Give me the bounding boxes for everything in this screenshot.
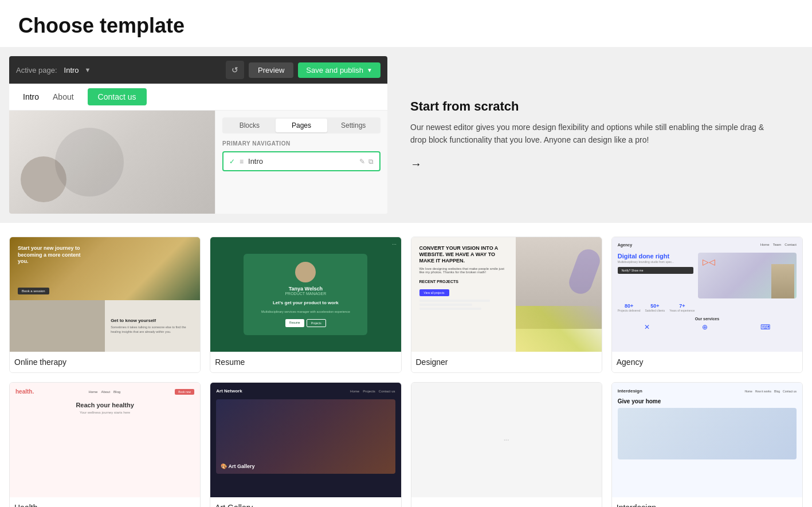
ag-hero-heading: Digital done right <box>618 253 694 260</box>
ag-stats: 80+ Projects delivered 50+ Satisfied cli… <box>618 303 797 312</box>
nav-item-about[interactable]: About <box>53 90 74 104</box>
editor-page-row[interactable]: ✓ ≡ Intro ✎ ⧉ <box>222 151 380 171</box>
editor-right-panel: Blocks Pages Settings PRIMARY NAVIGATION… <box>215 111 387 214</box>
inter-brand: Interdesign <box>618 388 642 394</box>
template-thumb-resume: Tanya Welsch PRODUCT MANAGER Let's get y… <box>210 237 401 352</box>
editor-preview-image <box>9 111 215 214</box>
ag-hero-sub: Multidisciplinary branding studio from s… <box>618 260 694 264</box>
ot-bottom-body: Sometimes it takes talking to someone el… <box>111 325 194 334</box>
template-label-blank <box>411 497 602 507</box>
art-overlay-text: 🎨 Art Gallery <box>221 463 254 469</box>
res-inner: Tanya Welsch PRODUCT MANAGER Let's get y… <box>210 237 401 352</box>
templates-section: Start your new journey to becoming a mor… <box>0 223 812 507</box>
ag-hero-image: ▷◁ <box>698 253 797 298</box>
page-header: Choose template <box>0 0 812 47</box>
template-card-designer[interactable]: CONVERT YOUR VISION INTO A WEBSITE. WE H… <box>411 237 602 373</box>
inter-hero-image <box>618 408 797 459</box>
ag-arrows-icon: ▷◁ <box>703 257 715 266</box>
ag-stat-1: 80+ Projects delivered <box>618 303 641 312</box>
template-card-art-gallery[interactable]: Art Network Home Projects Contact us 🎨 A… <box>210 382 401 507</box>
template-thumb-online-therapy: Start your new journey to becoming a mor… <box>10 237 200 352</box>
template-card-resume[interactable]: Tanya Welsch PRODUCT MANAGER Let's get y… <box>210 237 401 373</box>
template-thumb-agency: Agency Home Team Contact Digital done ri… <box>612 237 802 352</box>
art-nav: Art Network Home Projects Contact us <box>216 388 395 394</box>
ag-nav-home: Home <box>760 243 770 247</box>
res-corner-icon: ⋯ <box>392 242 397 247</box>
template-card-blank[interactable]: ··· <box>411 382 602 507</box>
des-recent: RECENT PROJECTS <box>419 280 508 284</box>
editor-panel: Blocks Pages Settings PRIMARY NAVIGATION… <box>9 111 387 214</box>
ag-hero: Digital done right Multidisciplinary bra… <box>618 253 797 298</box>
res-avatar <box>295 262 316 282</box>
inter-nav-links: Home How it works Blog Contact us <box>744 390 797 393</box>
top-section: Active page: Intro ▼ ↺ Preview Save and … <box>0 47 812 223</box>
res-tagline: Let's get your product to work <box>273 300 339 305</box>
page-edit-icon[interactable]: ✎ <box>359 158 365 166</box>
editor-tabs: Blocks Pages Settings <box>222 117 380 133</box>
ag-nav: Agency Home Team Contact <box>618 243 797 247</box>
res-btn-resume: Resume <box>285 319 304 327</box>
ot-hero-text: Start your new journey to becoming a mor… <box>18 245 87 265</box>
inter-nav: Interdesign Home How it works Blog Conta… <box>618 388 797 394</box>
art-inner: Art Network Home Projects Contact us 🎨 A… <box>210 383 401 497</box>
inter-nav-contact: Contact us <box>783 390 797 393</box>
inter-nav-how: How it works <box>755 390 771 393</box>
des-accent-shape <box>516 306 602 352</box>
page-copy-icon[interactable]: ⧉ <box>368 158 374 166</box>
tab-settings[interactable]: Settings <box>327 119 379 132</box>
editor-nav: Intro About Contact us <box>9 84 387 111</box>
template-card-interdesign[interactable]: Interdesign Home How it works Blog Conta… <box>611 382 803 507</box>
template-thumb-interdesign: Interdesign Home How it works Blog Conta… <box>612 383 802 497</box>
nav-cta-contact[interactable]: Contact us <box>88 88 147 105</box>
preview-button[interactable]: Preview <box>249 62 293 78</box>
ag-nav-contact: Contact <box>784 243 797 247</box>
nav-item-intro[interactable]: Intro <box>23 90 39 104</box>
save-publish-button[interactable]: Save and publish ▼ <box>298 62 380 78</box>
ag-icon-1: ✕ <box>644 323 650 331</box>
des-bar-3 <box>419 308 481 310</box>
health-sub: Your wellness journey starts here <box>15 411 194 414</box>
ag-inner: Agency Home Team Contact Digital done ri… <box>612 237 802 352</box>
active-page-label: Active page: <box>16 66 57 74</box>
ag-hero-text: Digital done right Multidisciplinary bra… <box>618 253 694 298</box>
inter-nav-blog: Blog <box>774 390 780 393</box>
template-card-agency[interactable]: Agency Home Team Contact Digital done ri… <box>611 237 803 373</box>
editor-preview-card: Active page: Intro ▼ ↺ Preview Save and … <box>9 56 387 214</box>
res-card: Tanya Welsch PRODUCT MANAGER Let's get y… <box>244 254 367 335</box>
health-nav-links: Home About Blog <box>88 390 120 394</box>
inter-nav-home: Home <box>744 390 752 393</box>
active-page-value: Intro <box>64 66 79 74</box>
template-label-interdesign: Interdesign <box>612 497 802 507</box>
template-card-health[interactable]: health. Home About Blog Book now Reach y… <box>9 382 201 507</box>
ag-icon-2: ⊕ <box>702 323 708 331</box>
editor-toolbar: Active page: Intro ▼ ↺ Preview Save and … <box>9 56 387 84</box>
history-button[interactable]: ↺ <box>226 61 244 79</box>
tab-pages[interactable]: Pages <box>276 119 328 132</box>
art-nav-links: Home Projects Contact us <box>350 390 395 393</box>
health-nav-home: Home <box>88 390 97 394</box>
ag-nav-links: Home Team Contact <box>760 243 797 247</box>
template-thumb-health: health. Home About Blog Book now Reach y… <box>10 383 200 497</box>
editor-stripe-shape <box>55 128 124 196</box>
blank-thumb-text: ··· <box>504 437 509 443</box>
des-bar-2 <box>419 304 473 306</box>
scratch-arrow-icon[interactable]: → <box>410 158 780 171</box>
ot-hero: Start your new journey to becoming a mor… <box>10 237 200 300</box>
tab-blocks[interactable]: Blocks <box>223 119 276 132</box>
art-nav-projects: Projects <box>363 390 375 393</box>
ag-stat-label-2: Satisfied clients <box>645 309 665 312</box>
template-label-health: Health <box>10 497 200 507</box>
ag-icon-3: ⌨ <box>760 323 770 331</box>
ag-stat-label-3: Years of experience <box>669 309 695 312</box>
inter-heading: Give your home <box>618 398 797 404</box>
health-nav-about: About <box>101 390 110 394</box>
des-right <box>516 237 602 352</box>
template-card-online-therapy[interactable]: Start your new journey to becoming a mor… <box>9 237 201 373</box>
ot-cta-btn: Book a session <box>18 288 49 294</box>
template-label-agency: Agency <box>612 352 802 372</box>
scratch-title: Start from scratch <box>410 99 780 114</box>
ag-stat-num-1: 80+ <box>618 303 641 309</box>
ag-stat-num-3: 7+ <box>669 303 695 309</box>
template-label-online-therapy: Online therapy <box>10 352 200 372</box>
page-title: Choose template <box>18 14 794 38</box>
